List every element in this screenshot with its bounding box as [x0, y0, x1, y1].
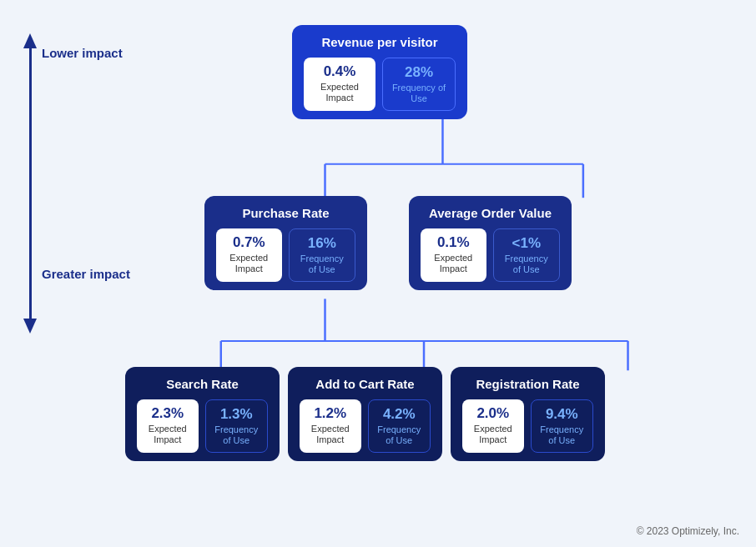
node-purchase-title: Purchase Rate — [216, 206, 355, 220]
node-revenue-expected-value: 0.4% — [312, 63, 367, 80]
arrow-top — [23, 33, 37, 48]
node-cart-expected-label: Expected Impact — [308, 424, 353, 445]
node-reg-frequency-box: 9.4% Frequency of Use — [531, 399, 594, 453]
node-cart-expected-box: 1.2% Expected Impact — [300, 399, 361, 453]
node-aov-expected-label: Expected Impact — [429, 253, 478, 274]
node-cart-title: Add to Cart Rate — [300, 377, 431, 391]
node-cart-frequency-label: Frequency of Use — [377, 424, 422, 446]
node-purchase-expected-label: Expected Impact — [224, 253, 274, 274]
node-search-expected-value: 2.3% — [145, 405, 190, 422]
node-revenue-per-visitor: Revenue per visitor 0.4% Expected Impact… — [292, 25, 467, 119]
node-purchase-metrics: 0.7% Expected Impact 16% Frequency of Us… — [216, 228, 355, 282]
node-reg-title: Registration Rate — [462, 377, 593, 391]
node-cart-metrics: 1.2% Expected Impact 4.2% Frequency of U… — [300, 399, 431, 453]
copyright-text: © 2023 Optimizely, Inc. — [637, 525, 739, 537]
node-add-to-cart-rate: Add to Cart Rate 1.2% Expected Impact 4.… — [288, 367, 442, 461]
greater-impact-label: Greater impact — [42, 267, 130, 281]
node-aov-expected-box: 0.1% Expected Impact — [421, 228, 486, 282]
node-aov-frequency-value: <1% — [502, 235, 552, 252]
node-purchase-frequency-label: Frequency of Use — [298, 253, 347, 275]
node-reg-metrics: 2.0% Expected Impact 9.4% Frequency of U… — [462, 399, 593, 453]
node-search-rate: Search Rate 2.3% Expected Impact 1.3% Fr… — [125, 367, 280, 461]
node-aov-frequency-box: <1% Frequency of Use — [493, 228, 561, 282]
impact-arrow — [23, 33, 37, 334]
node-reg-expected-value: 2.0% — [471, 405, 516, 422]
node-purchase-frequency-box: 16% Frequency of Use — [289, 228, 356, 282]
node-cart-frequency-value: 4.2% — [377, 406, 422, 423]
arrow-bottom — [23, 319, 37, 334]
node-aov-title: Average Order Value — [421, 206, 560, 220]
node-aov-frequency-label: Frequency of Use — [502, 253, 552, 275]
diagram-container: Lower impact Greater impact Revenue per … — [0, 0, 756, 547]
node-revenue-metrics: 0.4% Expected Impact 28% Frequency of Us… — [304, 58, 456, 111]
metric-tree: Revenue per visitor 0.4% Expected Impact… — [125, 17, 739, 514]
node-reg-frequency-label: Frequency of Use — [540, 424, 585, 446]
node-cart-frequency-box: 4.2% Frequency of Use — [368, 399, 431, 453]
node-search-expected-box: 2.3% Expected Impact — [137, 399, 199, 453]
node-search-expected-label: Expected Impact — [145, 424, 190, 445]
node-reg-expected-label: Expected Impact — [471, 424, 516, 445]
node-aov-expected-value: 0.1% — [429, 234, 478, 251]
arrow-line — [29, 48, 32, 319]
node-aov-metrics: 0.1% Expected Impact <1% Frequency of Us… — [421, 228, 560, 282]
node-reg-expected-box: 2.0% Expected Impact — [462, 399, 524, 453]
node-purchase-frequency-value: 16% — [298, 235, 347, 252]
node-purchase-expected-value: 0.7% — [224, 234, 274, 251]
node-registration-rate: Registration Rate 2.0% Expected Impact 9… — [451, 367, 605, 461]
node-revenue-frequency-box: 28% Frequency of Use — [382, 58, 456, 111]
node-search-metrics: 2.3% Expected Impact 1.3% Frequency of U… — [137, 399, 268, 453]
lower-impact-label: Lower impact — [42, 46, 123, 60]
node-purchase-rate: Purchase Rate 0.7% Expected Impact 16% F… — [204, 196, 367, 290]
node-search-frequency-value: 1.3% — [214, 406, 260, 423]
node-purchase-expected-box: 0.7% Expected Impact — [216, 228, 282, 282]
node-revenue-title: Revenue per visitor — [304, 35, 456, 49]
node-revenue-expected-label: Expected Impact — [312, 82, 367, 103]
node-average-order-value: Average Order Value 0.1% Expected Impact… — [409, 196, 572, 290]
node-reg-frequency-value: 9.4% — [540, 406, 585, 423]
node-revenue-expected-box: 0.4% Expected Impact — [304, 58, 375, 111]
node-revenue-frequency-label: Frequency of Use — [391, 83, 446, 104]
node-cart-expected-value: 1.2% — [308, 405, 353, 422]
node-search-frequency-box: 1.3% Frequency of Use — [205, 399, 269, 453]
node-revenue-frequency-value: 28% — [391, 64, 446, 81]
node-search-frequency-label: Frequency of Use — [214, 424, 260, 446]
node-search-title: Search Rate — [137, 377, 268, 391]
